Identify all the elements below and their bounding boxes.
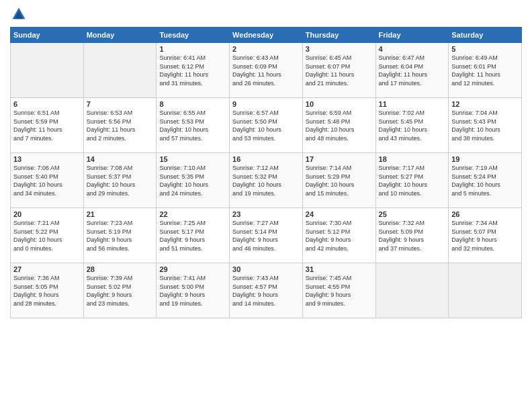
- day-number: 6: [13, 100, 81, 108]
- day-info: Sunrise: 7:45 AM Sunset: 4:55 PM Dayligh…: [306, 274, 373, 308]
- calendar-cell: 21Sunrise: 7:23 AM Sunset: 5:19 PM Dayli…: [83, 208, 157, 263]
- week-row-1: 1Sunrise: 6:41 AM Sunset: 6:12 PM Daylig…: [11, 43, 522, 98]
- calendar-cell: 23Sunrise: 7:27 AM Sunset: 5:14 PM Dayli…: [230, 208, 303, 263]
- day-info: Sunrise: 7:02 AM Sunset: 5:45 PM Dayligh…: [379, 109, 446, 142]
- day-number: 20: [13, 210, 81, 218]
- day-number: 19: [451, 155, 519, 163]
- header-row: SundayMondayTuesdayWednesdayThursdayFrid…: [11, 28, 522, 43]
- day-info: Sunrise: 7:27 AM Sunset: 5:14 PM Dayligh…: [232, 219, 300, 253]
- day-number: 3: [306, 45, 373, 53]
- day-number: 9: [232, 100, 300, 108]
- calendar-cell: 3Sunrise: 6:45 AM Sunset: 6:07 PM Daylig…: [302, 43, 375, 98]
- calendar-cell: 2Sunrise: 6:43 AM Sunset: 6:09 PM Daylig…: [230, 43, 303, 98]
- calendar-cell: 30Sunrise: 7:43 AM Sunset: 4:57 PM Dayli…: [230, 263, 303, 318]
- calendar-cell: 24Sunrise: 7:30 AM Sunset: 5:12 PM Dayli…: [302, 208, 375, 263]
- calendar-cell: [449, 263, 522, 318]
- calendar-cell: 27Sunrise: 7:36 AM Sunset: 5:05 PM Dayli…: [11, 263, 84, 318]
- day-info: Sunrise: 6:59 AM Sunset: 5:48 PM Dayligh…: [306, 109, 373, 142]
- day-info: Sunrise: 7:19 AM Sunset: 5:24 PM Dayligh…: [451, 164, 519, 197]
- day-info: Sunrise: 7:43 AM Sunset: 4:57 PM Dayligh…: [232, 274, 300, 308]
- day-info: Sunrise: 7:14 AM Sunset: 5:29 PM Dayligh…: [306, 164, 373, 197]
- calendar-cell: 9Sunrise: 6:57 AM Sunset: 5:50 PM Daylig…: [230, 98, 303, 153]
- calendar-cell: 16Sunrise: 7:12 AM Sunset: 5:32 PM Dayli…: [230, 153, 303, 208]
- day-info: Sunrise: 6:55 AM Sunset: 5:53 PM Dayligh…: [159, 109, 226, 142]
- day-info: Sunrise: 6:43 AM Sunset: 6:09 PM Dayligh…: [232, 54, 300, 87]
- day-number: 13: [13, 155, 81, 163]
- page: SundayMondayTuesdayWednesdayThursdayFrid…: [0, 0, 532, 325]
- calendar-cell: 28Sunrise: 7:39 AM Sunset: 5:02 PM Dayli…: [83, 263, 157, 318]
- calendar-cell: 25Sunrise: 7:32 AM Sunset: 5:09 PM Dayli…: [375, 208, 449, 263]
- day-info: Sunrise: 6:49 AM Sunset: 6:01 PM Dayligh…: [451, 54, 519, 87]
- week-row-5: 27Sunrise: 7:36 AM Sunset: 5:05 PM Dayli…: [11, 263, 522, 318]
- day-number: 7: [87, 100, 154, 108]
- calendar-cell: 10Sunrise: 6:59 AM Sunset: 5:48 PM Dayli…: [302, 98, 375, 153]
- day-number: 28: [87, 265, 154, 273]
- day-info: Sunrise: 7:06 AM Sunset: 5:40 PM Dayligh…: [13, 164, 81, 197]
- calendar-cell: 26Sunrise: 7:34 AM Sunset: 5:07 PM Dayli…: [449, 208, 522, 263]
- col-header-saturday: Saturday: [449, 28, 522, 43]
- col-header-wednesday: Wednesday: [230, 28, 303, 43]
- day-number: 15: [159, 155, 226, 163]
- calendar-table: SundayMondayTuesdayWednesdayThursdayFrid…: [10, 27, 522, 318]
- day-number: 8: [159, 100, 226, 108]
- calendar-cell: 8Sunrise: 6:55 AM Sunset: 5:53 PM Daylig…: [157, 98, 230, 153]
- week-row-2: 6Sunrise: 6:51 AM Sunset: 5:59 PM Daylig…: [11, 98, 522, 153]
- day-number: 5: [451, 45, 519, 53]
- day-number: 12: [451, 100, 519, 108]
- day-number: 18: [379, 155, 446, 163]
- day-info: Sunrise: 7:34 AM Sunset: 5:07 PM Dayligh…: [451, 219, 519, 253]
- calendar-cell: 7Sunrise: 6:53 AM Sunset: 5:56 PM Daylig…: [83, 98, 157, 153]
- col-header-sunday: Sunday: [11, 28, 84, 43]
- day-number: 29: [159, 265, 226, 273]
- calendar-cell: 29Sunrise: 7:41 AM Sunset: 5:00 PM Dayli…: [157, 263, 230, 318]
- col-header-friday: Friday: [375, 28, 449, 43]
- day-number: 26: [451, 210, 519, 218]
- calendar-cell: 20Sunrise: 7:21 AM Sunset: 5:22 PM Dayli…: [11, 208, 84, 263]
- day-number: 1: [159, 45, 226, 53]
- week-row-3: 13Sunrise: 7:06 AM Sunset: 5:40 PM Dayli…: [11, 153, 522, 208]
- day-number: 30: [232, 265, 300, 273]
- day-number: 4: [379, 45, 446, 53]
- day-number: 16: [232, 155, 300, 163]
- day-number: 25: [379, 210, 446, 218]
- calendar-cell: 31Sunrise: 7:45 AM Sunset: 4:55 PM Dayli…: [302, 263, 375, 318]
- day-number: 21: [87, 210, 154, 218]
- col-header-tuesday: Tuesday: [157, 28, 230, 43]
- day-info: Sunrise: 7:36 AM Sunset: 5:05 PM Dayligh…: [13, 274, 81, 308]
- calendar-cell: 15Sunrise: 7:10 AM Sunset: 5:35 PM Dayli…: [157, 153, 230, 208]
- day-info: Sunrise: 7:25 AM Sunset: 5:17 PM Dayligh…: [159, 219, 226, 253]
- calendar-cell: [375, 263, 449, 318]
- week-row-4: 20Sunrise: 7:21 AM Sunset: 5:22 PM Dayli…: [11, 208, 522, 263]
- day-info: Sunrise: 7:04 AM Sunset: 5:43 PM Dayligh…: [451, 109, 519, 142]
- calendar-cell: 18Sunrise: 7:17 AM Sunset: 5:27 PM Dayli…: [375, 153, 449, 208]
- col-header-thursday: Thursday: [302, 28, 375, 43]
- day-number: 17: [306, 155, 373, 163]
- day-number: 27: [13, 265, 81, 273]
- day-number: 11: [379, 100, 446, 108]
- day-info: Sunrise: 6:53 AM Sunset: 5:56 PM Dayligh…: [87, 109, 154, 142]
- calendar-cell: 17Sunrise: 7:14 AM Sunset: 5:29 PM Dayli…: [302, 153, 375, 208]
- calendar-cell: 11Sunrise: 7:02 AM Sunset: 5:45 PM Dayli…: [375, 98, 449, 153]
- day-info: Sunrise: 7:23 AM Sunset: 5:19 PM Dayligh…: [87, 219, 154, 253]
- calendar-cell: 4Sunrise: 6:47 AM Sunset: 6:04 PM Daylig…: [375, 43, 449, 98]
- day-info: Sunrise: 7:32 AM Sunset: 5:09 PM Dayligh…: [379, 219, 446, 253]
- calendar-cell: 6Sunrise: 6:51 AM Sunset: 5:59 PM Daylig…: [11, 98, 84, 153]
- day-number: 31: [306, 265, 373, 273]
- day-info: Sunrise: 6:41 AM Sunset: 6:12 PM Dayligh…: [159, 54, 226, 87]
- col-header-monday: Monday: [83, 28, 157, 43]
- day-info: Sunrise: 6:51 AM Sunset: 5:59 PM Dayligh…: [13, 109, 81, 142]
- day-info: Sunrise: 7:17 AM Sunset: 5:27 PM Dayligh…: [379, 164, 446, 197]
- day-info: Sunrise: 7:08 AM Sunset: 5:37 PM Dayligh…: [87, 164, 154, 197]
- logo: [10, 7, 26, 21]
- calendar-cell: [83, 43, 157, 98]
- calendar-cell: 1Sunrise: 6:41 AM Sunset: 6:12 PM Daylig…: [157, 43, 230, 98]
- day-number: 22: [159, 210, 226, 218]
- day-info: Sunrise: 6:57 AM Sunset: 5:50 PM Dayligh…: [232, 109, 300, 142]
- day-info: Sunrise: 6:47 AM Sunset: 6:04 PM Dayligh…: [379, 54, 446, 87]
- day-info: Sunrise: 7:12 AM Sunset: 5:32 PM Dayligh…: [232, 164, 300, 197]
- day-info: Sunrise: 7:41 AM Sunset: 5:00 PM Dayligh…: [159, 274, 226, 308]
- day-info: Sunrise: 7:39 AM Sunset: 5:02 PM Dayligh…: [87, 274, 154, 308]
- day-number: 14: [87, 155, 154, 163]
- calendar-cell: 22Sunrise: 7:25 AM Sunset: 5:17 PM Dayli…: [157, 208, 230, 263]
- day-number: 2: [232, 45, 300, 53]
